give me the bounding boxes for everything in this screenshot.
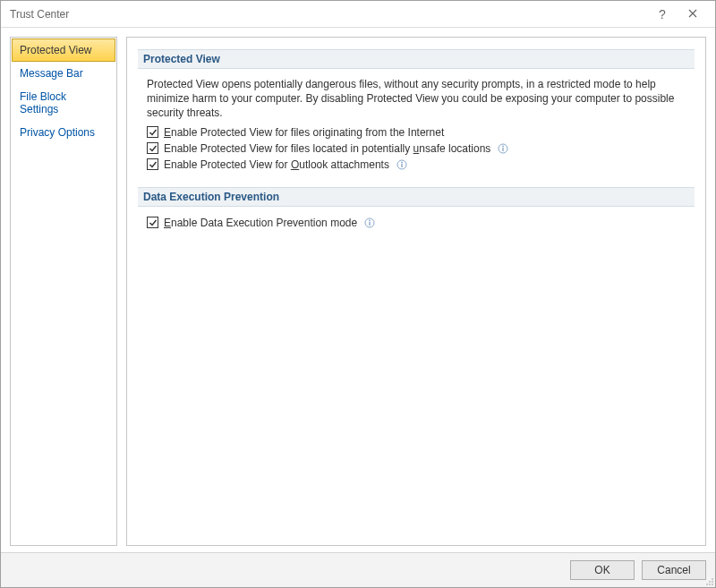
- sidebar-item-label: File Block Settings: [20, 90, 66, 115]
- check-label: Enable Protected View for files originat…: [164, 126, 444, 139]
- svg-point-1: [502, 145, 504, 147]
- checkbox-icon: [147, 142, 158, 154]
- dialog-title: Trust Center: [10, 8, 647, 21]
- info-icon[interactable]: [498, 143, 508, 154]
- section-description: Protected View opens potentially dangero…: [138, 77, 695, 124]
- cancel-button[interactable]: Cancel: [642, 560, 706, 580]
- settings-panel: Protected View Protected View opens pote…: [126, 37, 706, 546]
- section-heading-protected-view: Protected View: [138, 49, 695, 69]
- checkbox-icon: [147, 126, 158, 138]
- info-icon[interactable]: [364, 217, 375, 228]
- sidebar-item-label: Protected View: [20, 44, 92, 56]
- svg-rect-2: [503, 148, 504, 151]
- titlebar: Trust Center ?: [1, 1, 715, 28]
- check-label: Enable Protected View for Outlook attach…: [164, 158, 389, 171]
- sidebar-item-file-block-settings[interactable]: File Block Settings: [12, 85, 115, 121]
- ok-button[interactable]: OK: [570, 560, 635, 580]
- check-label: Enable Protected View for files located …: [164, 142, 490, 155]
- sidebar-item-privacy-options[interactable]: Privacy Options: [12, 121, 115, 144]
- dialog-footer: OK Cancel: [1, 552, 715, 587]
- close-icon: [688, 8, 697, 21]
- check-dep-mode[interactable]: Enable Data Execution Prevention mode: [138, 215, 695, 231]
- check-outlook-attachments[interactable]: Enable Protected View for Outlook attach…: [138, 157, 695, 173]
- svg-point-4: [401, 161, 403, 163]
- checkbox-icon: [147, 217, 158, 228]
- svg-point-7: [369, 219, 371, 221]
- check-internet-files[interactable]: Enable Protected View for files originat…: [138, 124, 695, 141]
- sidebar-item-label: Message Bar: [20, 67, 83, 80]
- sidebar-item-message-bar[interactable]: Message Bar: [12, 62, 115, 85]
- sidebar-item-protected-view[interactable]: Protected View: [12, 38, 115, 62]
- help-button[interactable]: ?: [647, 1, 678, 28]
- info-icon[interactable]: [396, 159, 407, 170]
- dialog-content: Protected View Message Bar File Block Se…: [1, 28, 715, 552]
- check-label: Enable Data Execution Prevention mode: [164, 217, 357, 229]
- svg-rect-5: [401, 164, 402, 167]
- svg-rect-8: [369, 222, 370, 226]
- close-button[interactable]: [678, 1, 708, 28]
- category-sidebar: Protected View Message Bar File Block Se…: [10, 37, 117, 546]
- section-heading-dep: Data Execution Prevention: [138, 187, 695, 207]
- sidebar-item-label: Privacy Options: [20, 126, 95, 139]
- checkbox-icon: [147, 158, 158, 170]
- check-unsafe-locations[interactable]: Enable Protected View for files located …: [138, 141, 695, 157]
